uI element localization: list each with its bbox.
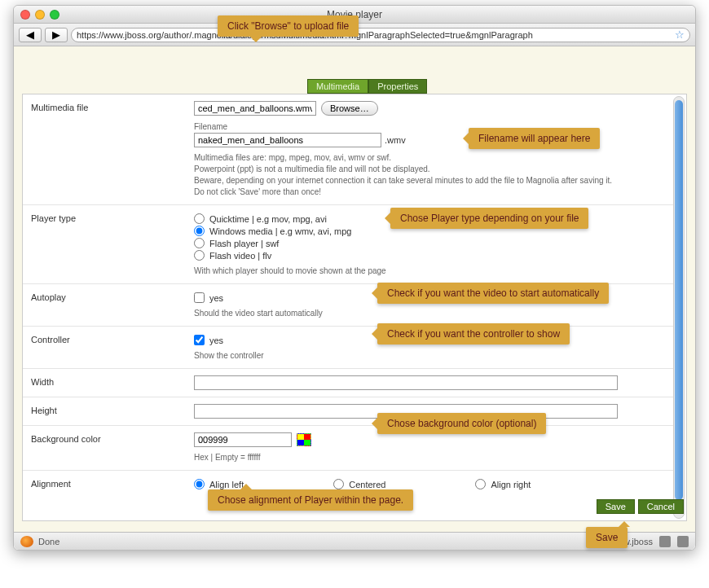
color-picker-icon[interactable] xyxy=(297,433,311,446)
browser-window: Movie player ◀ ▶ ☆ Multimedia Properties… xyxy=(13,5,696,551)
row-height: Height xyxy=(23,397,685,425)
form-scroll: Multimedia file Browse… Filename .wmv Mu xyxy=(23,94,686,520)
url-bar[interactable]: ☆ xyxy=(71,28,690,42)
scrollbar-thumb[interactable] xyxy=(675,100,683,500)
radio-align-left[interactable] xyxy=(194,479,205,489)
back-button[interactable]: ◀ xyxy=(19,28,42,42)
checkbox-autoplay[interactable] xyxy=(194,292,205,303)
checkbox-controller[interactable] xyxy=(194,335,205,345)
radio-align-right[interactable] xyxy=(475,479,486,489)
filename-label: Filename xyxy=(194,122,676,131)
label-player-type: Player type xyxy=(31,212,194,277)
label-alignment: Alignment xyxy=(31,477,194,491)
player-type-hint: With which player should to movie shown … xyxy=(194,265,676,277)
cancel-button[interactable]: Cancel xyxy=(638,499,684,514)
radio-flash-player-label: Flash player | swf xyxy=(209,239,279,248)
radio-quicktime[interactable] xyxy=(194,213,205,224)
width-input[interactable] xyxy=(194,375,618,390)
checkbox-autoplay-label: yes xyxy=(209,293,223,303)
scrollbar[interactable] xyxy=(673,96,685,519)
radio-flash-video-label: Flash video | flv xyxy=(209,251,271,261)
form-panel: Multimedia file Browse… Filename .wmv Mu xyxy=(22,94,687,521)
controller-hint: Show the controller xyxy=(194,350,676,362)
bookmark-star-icon[interactable]: ☆ xyxy=(675,29,685,41)
dialog-footer-buttons: Save Cancel xyxy=(597,499,684,514)
bgcolor-hint: Hex | Empty = ffffff xyxy=(194,452,676,463)
label-width: Width xyxy=(31,375,194,390)
callout-alignment: Chose alignment of Player within the pag… xyxy=(208,489,413,511)
save-button[interactable]: Save xyxy=(597,499,635,514)
radio-align-center[interactable] xyxy=(333,479,344,489)
label-multimedia-file: Multimedia file xyxy=(31,101,194,198)
row-bgcolor: Background color Hex | Empty = ffffff xyxy=(23,425,685,470)
file-hint: Multimedia files are: mpg, mpeg, mov, av… xyxy=(194,152,676,198)
callout-player-type: Chose Player type depending on your file xyxy=(390,208,588,229)
radio-flash-video[interactable] xyxy=(194,250,205,261)
filename-input[interactable] xyxy=(194,133,381,147)
callout-filename: Filename will appear here xyxy=(469,128,600,149)
radio-align-left-label: Align left xyxy=(209,480,244,489)
callout-save: Save xyxy=(586,527,628,548)
row-width: Width xyxy=(23,368,685,397)
url-input[interactable] xyxy=(77,30,672,40)
row-multimedia-file: Multimedia file Browse… Filename .wmv Mu xyxy=(23,94,685,204)
label-bgcolor: Background color xyxy=(31,432,194,463)
radio-windows-media[interactable] xyxy=(194,226,205,236)
forward-button[interactable]: ▶ xyxy=(45,28,68,42)
row-controller: Controller yes Show the controller xyxy=(23,326,685,368)
callout-bgcolor: Chose background color (optional) xyxy=(377,413,546,434)
radio-windows-media-label: Windows media | e.g wmv, avi, mpg xyxy=(209,226,351,236)
callout-controller: Check if you want the controller to show xyxy=(377,323,570,344)
file-path-input[interactable] xyxy=(194,101,316,116)
filename-ext: .wmv xyxy=(385,135,406,145)
status-icon-2[interactable] xyxy=(677,536,689,547)
checkbox-controller-label: yes xyxy=(209,336,223,345)
autoplay-hint: Should the video start automatically xyxy=(194,308,676,319)
radio-quicktime-label: Quicktime | e.g mov, mpg, avi xyxy=(209,214,327,224)
label-height: Height xyxy=(31,404,194,419)
callout-browse: Click "Browse" to upload file xyxy=(218,15,359,37)
label-controller: Controller xyxy=(31,333,194,362)
label-autoplay: Autoplay xyxy=(31,291,194,319)
radio-align-center-label: Centered xyxy=(349,480,385,489)
dialog-tabs: Multimedia Properties xyxy=(307,79,427,94)
firefox-icon xyxy=(20,536,33,547)
dialog-content: Multimedia Properties Multimedia file Br… xyxy=(14,46,695,532)
radio-align-right-label: Align right xyxy=(491,480,531,489)
tab-multimedia[interactable]: Multimedia xyxy=(307,79,368,94)
status-icon-1[interactable] xyxy=(659,536,671,547)
browse-button[interactable]: Browse… xyxy=(321,101,378,116)
bgcolor-input[interactable] xyxy=(194,432,292,447)
radio-flash-player[interactable] xyxy=(194,238,205,248)
tab-properties[interactable]: Properties xyxy=(368,79,427,94)
callout-autoplay: Check if you want the video to start aut… xyxy=(377,283,609,304)
status-text: Done xyxy=(38,537,59,546)
